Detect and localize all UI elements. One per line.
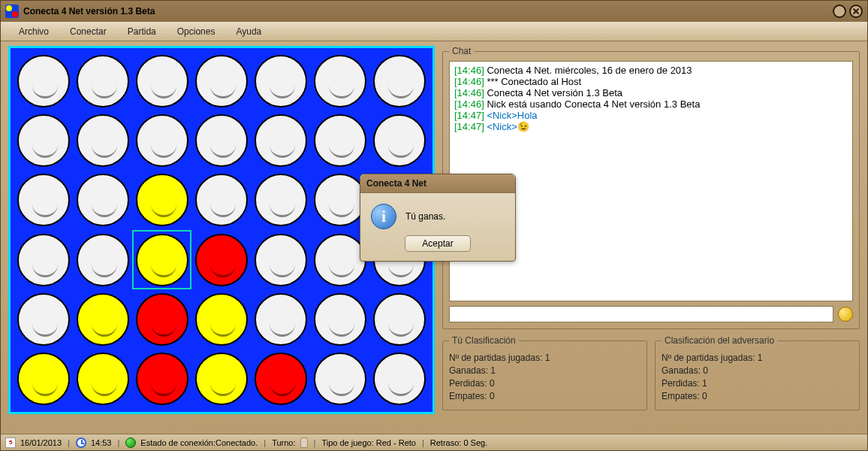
board-cell[interactable] — [14, 230, 73, 289]
board-cell[interactable] — [252, 230, 311, 289]
emoji-button[interactable] — [838, 307, 853, 322]
menu-partida[interactable]: Partida — [117, 23, 167, 40]
disc-empty — [77, 174, 129, 226]
disc-empty — [255, 234, 307, 286]
stats-you-won: Ganadas: 1 — [449, 365, 640, 376]
status-connection: Estado de conexión:Conectado. — [140, 438, 258, 447]
board-cell[interactable] — [14, 171, 73, 230]
board-cell[interactable] — [311, 289, 370, 349]
board-cell[interactable] — [14, 51, 73, 110]
disc-empty — [255, 174, 307, 226]
board-cell[interactable] — [73, 171, 132, 230]
board-cell[interactable] — [191, 51, 251, 110]
stats-opp-draws: Empates: 0 — [662, 391, 853, 401]
chat-line: [14:47] <Nick>😉 — [454, 121, 848, 132]
disc-empty — [195, 55, 248, 107]
board-cell[interactable] — [132, 51, 191, 110]
board-cell[interactable] — [132, 350, 191, 409]
menu-archivo[interactable]: Archivo — [8, 23, 59, 40]
chat-text: Conecta 4 Net. miércoles, 16 de enero de… — [484, 65, 692, 76]
stats-opp-lost: Perdidas: 1 — [662, 378, 853, 389]
board-cell[interactable] — [132, 289, 191, 349]
info-icon: i — [371, 204, 396, 229]
board-cell[interactable] — [370, 110, 429, 170]
disc-empty — [373, 293, 426, 346]
board-cell[interactable] — [311, 51, 370, 110]
disc-empty — [255, 293, 307, 346]
board-cell[interactable] — [252, 51, 311, 110]
board-cell[interactable] — [191, 289, 251, 349]
chat-text: Nick está usando Conecta 4 Net versión 1… — [484, 98, 701, 110]
board-cell[interactable] — [73, 350, 132, 409]
disc-yellow — [136, 234, 188, 286]
disc-yellow — [195, 293, 248, 346]
stats-opp-legend: Clasificación del adversario — [662, 335, 777, 346]
board-cell[interactable] — [311, 110, 370, 170]
disc-empty — [17, 234, 70, 286]
window-title: Conecta 4 Net versión 1.3 Beta — [23, 6, 155, 17]
board-cell[interactable] — [191, 350, 251, 409]
disc-empty — [314, 55, 366, 107]
board-cell[interactable] — [370, 350, 429, 409]
board-cell[interactable] — [252, 289, 311, 349]
disc-yellow — [195, 353, 248, 405]
hourglass-icon — [300, 437, 308, 448]
dialog-title[interactable]: Conecta 4 Net — [360, 174, 515, 193]
disc-empty — [314, 293, 366, 346]
board-cell[interactable] — [132, 171, 191, 230]
disc-red — [195, 234, 248, 286]
minimize-button[interactable] — [833, 5, 846, 18]
stats-you-played: Nº de partidas jugadas: 1 — [449, 353, 640, 363]
chat-text: <Nick>Hola — [484, 110, 538, 121]
stats-you-legend: Tú Clasificación — [449, 335, 519, 346]
disc-empty — [373, 353, 426, 405]
disc-empty — [136, 55, 188, 107]
stats-you: Tú Clasificación Nº de partidas jugadas:… — [442, 335, 647, 410]
chat-timestamp: [14:46] — [454, 76, 484, 87]
titlebar[interactable]: Conecta 4 Net versión 1.3 Beta — [1, 1, 867, 22]
board-cell[interactable] — [191, 171, 251, 230]
board-cell[interactable] — [132, 110, 191, 170]
board-cell[interactable] — [73, 289, 132, 349]
stats-opp-played: Nº de partidas jugadas: 1 — [662, 353, 853, 363]
menu-ayuda[interactable]: Ayuda — [225, 23, 272, 40]
board-cell[interactable] — [14, 110, 73, 170]
board-cell[interactable] — [73, 51, 132, 110]
board-cell[interactable] — [73, 110, 132, 170]
calendar-icon — [5, 437, 16, 448]
board-cell[interactable] — [14, 350, 73, 409]
board-cell[interactable] — [370, 289, 429, 349]
close-button[interactable] — [849, 5, 863, 18]
board-cell[interactable] — [73, 230, 132, 289]
chat-timestamp: [14:46] — [454, 65, 484, 76]
menu-opciones[interactable]: Opciones — [167, 23, 226, 40]
chat-line: [14:46] Conecta 4 Net versión 1.3 Beta — [454, 87, 848, 98]
board-cell[interactable] — [370, 51, 429, 110]
stats-you-lost: Perdidas: 0 — [449, 378, 640, 389]
board-cell[interactable] — [252, 110, 311, 170]
board-cell[interactable] — [132, 230, 191, 289]
menu-conectar[interactable]: Conectar — [59, 23, 117, 40]
board-cell[interactable] — [191, 110, 251, 170]
ok-button[interactable]: Aceptar — [405, 235, 470, 252]
chat-input[interactable] — [449, 306, 833, 322]
status-turn-label: Turno: — [272, 438, 295, 447]
disc-yellow — [136, 174, 188, 226]
board-cell[interactable] — [252, 350, 311, 409]
board-cell[interactable] — [311, 350, 370, 409]
status-time: 14:53 — [91, 438, 112, 447]
disc-red — [136, 293, 188, 346]
disc-empty — [77, 114, 129, 167]
chat-line: [14:46] *** Conectado al Host — [454, 76, 848, 87]
disc-yellow — [17, 353, 70, 405]
board-cell[interactable] — [191, 230, 251, 289]
disc-empty — [255, 114, 307, 167]
disc-empty — [373, 114, 426, 167]
disc-red — [255, 353, 307, 405]
app-icon — [5, 5, 19, 18]
board-cell[interactable] — [14, 289, 73, 349]
board-cell[interactable] — [252, 171, 311, 230]
disc-empty — [17, 114, 70, 167]
disc-yellow — [77, 353, 129, 405]
alert-dialog[interactable]: Conecta 4 Net i Tú ganas. Aceptar — [360, 174, 516, 262]
